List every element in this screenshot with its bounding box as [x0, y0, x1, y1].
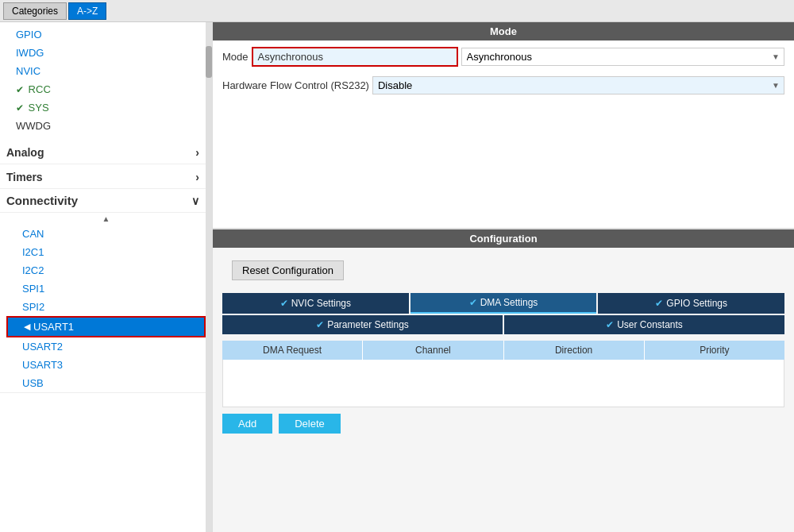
- add-button[interactable]: Add: [222, 414, 272, 434]
- sidebar-item-spi1[interactable]: SPI1: [6, 279, 206, 298]
- analog-label: Analog: [6, 146, 44, 159]
- sidebar-item-sys[interactable]: ✔ SYS: [0, 98, 206, 117]
- config-title: Configuration: [469, 233, 537, 245]
- sidebar-item-usb[interactable]: USB: [6, 374, 206, 392]
- sidebar-scroll-wrapper: GPIO IWDG NVIC ✔ RCC ✔ SYS WWDG Analog ›…: [0, 22, 212, 532]
- col-priority: Priority: [645, 341, 784, 360]
- az-btn[interactable]: A->Z: [68, 2, 106, 20]
- sidebar-item-usart2[interactable]: USART2: [6, 337, 206, 356]
- main-layout: GPIO IWDG NVIC ✔ RCC ✔ SYS WWDG Analog ›…: [0, 22, 794, 532]
- usart1-arrow-icon: ◀: [24, 322, 30, 332]
- tab-dma-settings[interactable]: ✔ DMA Settings: [410, 293, 597, 314]
- tab-param-label: Parameter Settings: [327, 319, 409, 330]
- col-dma-request-label: DMA Request: [263, 345, 322, 356]
- col-priority-label: Priority: [700, 345, 729, 356]
- tabs-row-1: ✔ NVIC Settings ✔ DMA Settings ✔ GPIO Se…: [222, 293, 784, 314]
- mode-section: Mode Mode Asynchronous Asynchronous ▼ Ha…: [213, 22, 794, 229]
- connectivity-chevron: ∨: [191, 195, 199, 207]
- connectivity-section: Connectivity ∨ ▲ CAN I2C1 I2C2 SPI1 SPI2…: [0, 189, 206, 393]
- nvic-check-icon: ✔: [280, 298, 288, 309]
- gpio-check-icon: ✔: [655, 298, 663, 309]
- sidebar-item-usart3[interactable]: USART3: [6, 356, 206, 374]
- categories-btn[interactable]: Categories: [3, 2, 67, 20]
- sidebar-item-iwdg[interactable]: IWDG: [0, 44, 206, 62]
- tab-user-constants[interactable]: ✔ User Constants: [504, 315, 784, 334]
- reset-btn-area: Reset Configuration: [213, 248, 794, 293]
- dma-check-icon: ✔: [469, 297, 477, 308]
- config-header: Configuration: [213, 229, 794, 248]
- right-content: Mode Mode Asynchronous Asynchronous ▼ Ha…: [213, 22, 794, 532]
- tab-gpio-settings[interactable]: ✔ GPIO Settings: [598, 293, 784, 314]
- sidebar-item-gpio[interactable]: GPIO: [0, 25, 206, 44]
- reset-config-button[interactable]: Reset Configuration: [232, 260, 344, 280]
- sidebar-item-i2c1[interactable]: I2C1: [6, 243, 206, 261]
- sidebar: GPIO IWDG NVIC ✔ RCC ✔ SYS WWDG Analog ›…: [0, 22, 213, 532]
- tab-nvic-label: NVIC Settings: [291, 298, 351, 309]
- usart1-label: USART1: [33, 321, 74, 333]
- config-section: Configuration Reset Configuration ✔ NVIC…: [213, 229, 794, 532]
- param-check-icon: ✔: [316, 319, 324, 330]
- sidebar-item-usart1[interactable]: ◀ USART1: [6, 316, 206, 337]
- tab-user-const-label: User Constants: [617, 319, 683, 330]
- connectivity-label: Connectivity: [6, 194, 78, 207]
- sidebar-item-rcc[interactable]: ✔ RCC: [0, 80, 206, 98]
- analog-chevron: ›: [195, 146, 199, 159]
- sidebar-scrollbar[interactable]: [206, 22, 212, 532]
- sidebar-scroll: GPIO IWDG NVIC ✔ RCC ✔ SYS WWDG Analog ›…: [0, 22, 206, 532]
- mode-dropdown[interactable]: Asynchronous: [461, 48, 784, 66]
- sidebar-scroll-thumb[interactable]: [206, 46, 212, 78]
- sidebar-item-nvic[interactable]: NVIC: [0, 62, 206, 80]
- sidebar-item-spi2[interactable]: SPI2: [6, 298, 206, 316]
- hw-flow-dropdown[interactable]: Disable: [372, 76, 784, 94]
- connectivity-header[interactable]: Connectivity ∨: [0, 189, 206, 213]
- tab-nvic-settings[interactable]: ✔ NVIC Settings: [222, 293, 409, 314]
- user-const-check-icon: ✔: [606, 319, 614, 330]
- sidebar-item-can[interactable]: CAN: [6, 225, 206, 243]
- delete-button[interactable]: Delete: [279, 414, 341, 434]
- mode-header: Mode: [213, 22, 794, 40]
- top-bar: Categories A->Z: [0, 0, 794, 22]
- timers-section-header[interactable]: Timers ›: [0, 166, 206, 189]
- timers-chevron: ›: [195, 171, 199, 183]
- mode-title: Mode: [490, 25, 517, 37]
- action-buttons-area: Add Delete: [213, 407, 794, 440]
- dma-table-header: DMA Request Channel Direction Priority: [222, 341, 784, 360]
- mode-row: Mode Asynchronous Asynchronous ▼: [213, 40, 794, 73]
- col-direction: Direction: [504, 341, 645, 360]
- hw-flow-row: Hardware Flow Control (RS232) Disable ▼: [213, 73, 794, 101]
- connectivity-items: ▲ CAN I2C1 I2C2 SPI1 SPI2 ◀ USART1 USART…: [0, 213, 206, 392]
- config-body: Reset Configuration ✔ NVIC Settings ✔ DM…: [213, 248, 794, 440]
- sidebar-item-wwdg[interactable]: WWDG: [0, 117, 206, 135]
- col-channel: Channel: [363, 341, 503, 360]
- tab-gpio-label: GPIO Settings: [666, 298, 727, 309]
- analog-section-header[interactable]: Analog ›: [0, 141, 206, 164]
- mode-select-wrapper: Asynchronous ▼: [461, 48, 784, 66]
- mode-label: Mode: [222, 51, 249, 63]
- hw-flow-label: Hardware Flow Control (RS232): [222, 79, 369, 91]
- dma-table-body: [222, 360, 784, 407]
- sidebar-item-i2c2[interactable]: I2C2: [6, 261, 206, 279]
- tab-dma-label: DMA Settings: [480, 297, 538, 308]
- tabs-row-2: ✔ Parameter Settings ✔ User Constants: [222, 315, 784, 334]
- col-direction-label: Direction: [555, 345, 592, 356]
- col-dma-request: DMA Request: [222, 341, 363, 360]
- mode-content-area: [213, 101, 794, 228]
- tab-parameter-settings[interactable]: ✔ Parameter Settings: [222, 315, 503, 334]
- hw-flow-select-wrapper: Disable ▼: [372, 76, 784, 94]
- mode-value[interactable]: Asynchronous: [252, 47, 458, 67]
- timers-label: Timers: [6, 171, 43, 183]
- system-group: GPIO IWDG NVIC ✔ RCC ✔ SYS WWDG: [0, 22, 206, 141]
- up-arrow: ▲: [6, 213, 206, 225]
- col-channel-label: Channel: [415, 345, 451, 356]
